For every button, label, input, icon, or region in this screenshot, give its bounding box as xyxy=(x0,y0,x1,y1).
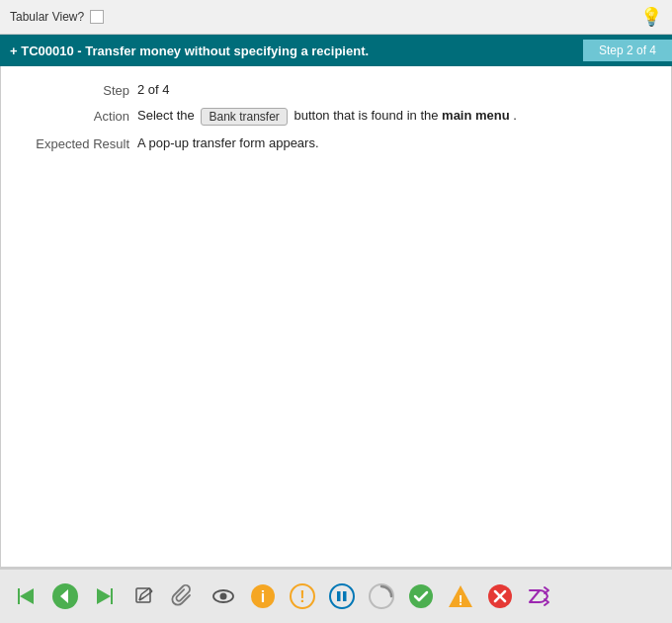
svg-rect-18 xyxy=(337,591,341,601)
bank-transfer-button-inline: Bank transfer xyxy=(201,108,287,126)
svg-marker-0 xyxy=(18,588,20,604)
tc-title-text: Transfer money without specifying a reci… xyxy=(85,44,369,58)
warning-icon[interactable]: ! xyxy=(445,580,476,612)
plus-icon: + xyxy=(10,44,18,58)
tabular-view-label: Tabular View? xyxy=(10,10,84,24)
exclamation-icon[interactable]: ! xyxy=(287,580,318,612)
action-value: Select the Bank transfer button that is … xyxy=(137,108,651,126)
tabular-view-checkbox[interactable] xyxy=(90,10,104,24)
go-back-icon[interactable] xyxy=(49,580,81,612)
tc-id: TC00010 xyxy=(21,44,73,58)
top-bar: Tabular View? 💡 xyxy=(0,0,672,35)
success-icon[interactable] xyxy=(405,580,437,612)
expected-result-label: Expected Result xyxy=(21,135,129,151)
content-area: Step 2 of 4 Action Select the Bank trans… xyxy=(0,66,672,568)
svg-marker-5 xyxy=(111,588,113,604)
skip-to-end-icon[interactable] xyxy=(89,580,121,612)
expected-result-row: Expected Result A pop-up transfer form a… xyxy=(21,135,651,151)
svg-point-12 xyxy=(220,593,227,600)
spinner-icon[interactable] xyxy=(366,580,397,612)
info-icon[interactable]: i xyxy=(247,580,279,612)
tc-title: + TC00010 - Transfer money without speci… xyxy=(0,38,583,64)
svg-marker-4 xyxy=(97,588,111,604)
svg-marker-1 xyxy=(20,588,34,604)
svg-point-21 xyxy=(409,584,433,608)
action-row: Action Select the Bank transfer button t… xyxy=(21,108,651,126)
lightbulb-icon[interactable]: 💡 xyxy=(640,7,662,27)
action-prefix: Select the xyxy=(137,108,195,123)
step-row: Step 2 of 4 xyxy=(21,82,651,98)
error-icon[interactable] xyxy=(484,580,516,612)
bottom-toolbar: i ! ! xyxy=(0,568,672,623)
svg-text:!: ! xyxy=(459,592,463,608)
svg-line-8 xyxy=(141,588,149,594)
step-label: Step xyxy=(21,82,129,98)
svg-point-17 xyxy=(330,584,354,608)
svg-text:i: i xyxy=(261,588,265,605)
svg-point-20 xyxy=(370,584,393,608)
action-suffix: button that is found in the xyxy=(294,108,438,123)
svg-line-10 xyxy=(144,591,152,597)
expected-result-value: A pop-up transfer form appears. xyxy=(137,135,651,150)
attach-icon[interactable] xyxy=(168,580,200,612)
tc-header: + TC00010 - Transfer money without speci… xyxy=(0,35,672,66)
step-value: 2 of 4 xyxy=(137,82,651,97)
action-bold-text: main menu xyxy=(442,108,510,123)
action-end: . xyxy=(513,108,517,123)
svg-text:!: ! xyxy=(299,588,304,605)
view-icon[interactable] xyxy=(208,580,239,612)
skip-to-start-icon[interactable] xyxy=(10,580,42,612)
step-badge: Step 2 of 4 xyxy=(583,40,672,61)
svg-rect-19 xyxy=(343,591,347,601)
shuffle-icon[interactable] xyxy=(524,580,555,612)
pause-icon[interactable] xyxy=(326,580,358,612)
action-label: Action xyxy=(21,108,129,124)
edit-icon[interactable] xyxy=(128,580,160,612)
